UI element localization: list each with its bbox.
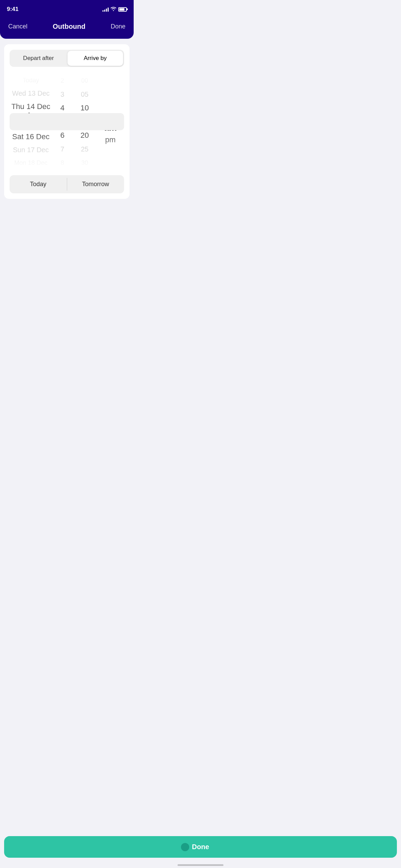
picker-hour-item: 7	[52, 142, 73, 156]
battery-icon	[118, 7, 127, 12]
picker-minute-item: 05	[73, 87, 97, 101]
status-bar: 9:41	[0, 0, 134, 17]
picker-date-item: Today	[10, 74, 52, 87]
picker-minute-item: 00	[73, 74, 97, 87]
page-title: Outbound	[53, 23, 86, 31]
picker-ampm-spacer	[97, 74, 124, 98]
picker-date-item: Wed 13 Dec	[10, 87, 52, 100]
toggle-group: Depart after Arrive by	[10, 50, 124, 67]
picker-minute-item: 10	[73, 101, 97, 115]
picker-date-item: Sun 17 Dec	[10, 143, 52, 156]
picker-hour-item: 8	[52, 156, 73, 170]
picker-ampm-spacer	[97, 110, 124, 122]
status-icons	[102, 7, 127, 12]
status-time: 9:41	[7, 6, 19, 13]
picker-ampm-column[interactable]: am pm	[97, 74, 124, 170]
picker-hour-item-selected: 5	[52, 115, 73, 129]
picker-hour-item: 3	[52, 87, 73, 101]
cancel-button[interactable]: Cancel	[8, 23, 27, 30]
today-button[interactable]: Today	[10, 175, 67, 193]
picker-container[interactable]: Today Wed 13 Dec Thu 14 Dec Fri 15 Dec S…	[10, 74, 124, 170]
picker-date-item: Sat 16 Dec	[10, 130, 52, 143]
nav-bar: Cancel Outbound Done	[0, 17, 134, 39]
picker-minute-item: 20	[73, 129, 97, 142]
picker-pm-item: pm	[97, 134, 124, 146]
picker-minute-item: 30	[73, 156, 97, 170]
picker-date-item: Mon 18 Dec	[10, 157, 52, 170]
picker-minute-item: 25	[73, 142, 97, 156]
picker-ampm-spacer	[97, 146, 124, 158]
picker-date-item-selected: Fri 15 Dec	[10, 113, 52, 130]
picker-ampm-spacer	[97, 158, 124, 170]
picker-hour-item: 2	[52, 74, 73, 87]
picker-am-item-selected: am	[97, 122, 124, 134]
main-content: Depart after Arrive by Today Wed 13 Dec …	[4, 44, 130, 199]
wifi-icon	[111, 7, 116, 12]
picker-hour-item: 6	[52, 129, 73, 142]
picker-ampm-spacer	[97, 98, 124, 110]
nav-done-button[interactable]: Done	[111, 23, 125, 30]
picker-columns: Today Wed 13 Dec Thu 14 Dec Fri 15 Dec S…	[10, 74, 124, 170]
depart-after-tab[interactable]: Depart after	[11, 51, 66, 66]
picker-date-column[interactable]: Today Wed 13 Dec Thu 14 Dec Fri 15 Dec S…	[10, 74, 52, 170]
quick-select-group: Today Tomorrow	[10, 175, 124, 193]
picker-minute-column[interactable]: 00 05 10 15 20 25 30	[73, 74, 97, 170]
picker-hour-column[interactable]: 2 3 4 5 6 7 8	[52, 74, 73, 170]
picker-minute-item-selected: 15	[73, 115, 97, 129]
tomorrow-button[interactable]: Tomorrow	[67, 175, 124, 193]
signal-icon	[102, 7, 109, 12]
arrive-by-tab[interactable]: Arrive by	[68, 51, 123, 66]
picker-hour-item: 4	[52, 101, 73, 115]
